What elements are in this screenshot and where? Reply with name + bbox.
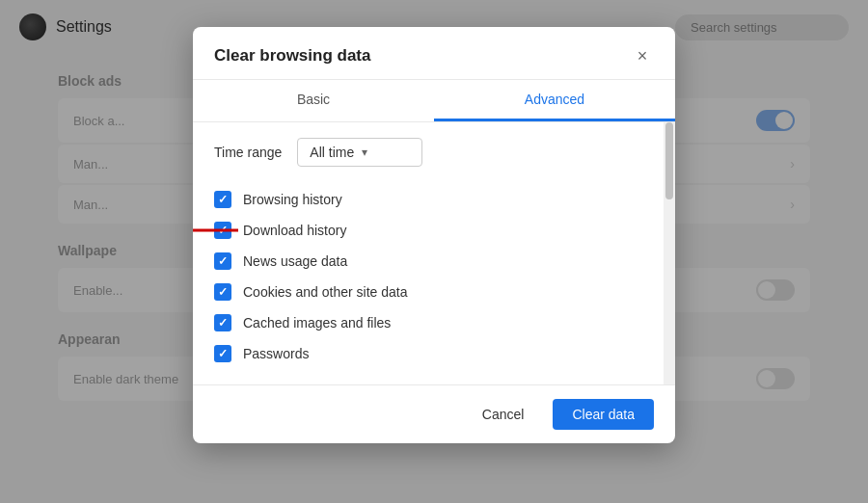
scrollbar-track[interactable] bbox=[664, 122, 675, 384]
checkbox-download-history: Download history Can see text bbox=[214, 215, 642, 246]
checkbox-news-icon[interactable] bbox=[214, 252, 231, 270]
checkbox-passwords: Passwords bbox=[214, 338, 642, 369]
clear-data-button[interactable]: Clear data bbox=[553, 399, 654, 430]
dialog-tabs: Basic Advanced bbox=[193, 80, 675, 122]
cancel-button[interactable]: Cancel bbox=[463, 399, 544, 430]
checkbox-news-label: News usage data bbox=[243, 253, 347, 269]
checkbox-news-usage: News usage data bbox=[214, 246, 642, 277]
dialog-header: Clear browsing data × bbox=[193, 27, 675, 80]
dialog-title: Clear browsing data bbox=[214, 46, 370, 66]
tab-basic[interactable]: Basic bbox=[193, 80, 434, 121]
checkbox-cached-icon[interactable] bbox=[214, 314, 231, 331]
close-button[interactable]: × bbox=[631, 44, 654, 67]
checkbox-cookies-icon[interactable] bbox=[214, 283, 231, 301]
time-range-row: Time range All time ▾ bbox=[214, 138, 642, 167]
checkbox-passwords-icon[interactable] bbox=[214, 345, 231, 362]
checkbox-cookies-label: Cookies and other site data bbox=[243, 284, 407, 300]
checkbox-cookies: Cookies and other site data bbox=[214, 277, 642, 307]
clear-browsing-data-dialog: Clear browsing data × Basic Advanced Tim… bbox=[193, 27, 675, 443]
checkbox-browsing-history: Browsing history bbox=[214, 184, 642, 215]
tab-advanced[interactable]: Advanced bbox=[434, 80, 675, 121]
select-arrow-icon: ▾ bbox=[362, 146, 367, 159]
checkbox-browsing-icon[interactable] bbox=[214, 191, 231, 208]
checkbox-browsing-label: Browsing history bbox=[243, 192, 342, 207]
time-range-label: Time range bbox=[214, 145, 282, 160]
checkbox-download-icon[interactable] bbox=[214, 222, 231, 239]
checkbox-passwords-label: Passwords bbox=[243, 346, 309, 361]
scrollbar-thumb[interactable] bbox=[665, 122, 673, 199]
checkbox-cached-label: Cached images and files bbox=[243, 315, 391, 331]
dialog-body-wrapper: Time range All time ▾ Browsing history D… bbox=[193, 122, 675, 384]
time-range-select[interactable]: All time ▾ bbox=[297, 138, 422, 167]
checkbox-download-label: Download history bbox=[243, 223, 346, 238]
checkbox-cached: Cached images and files bbox=[214, 307, 642, 338]
time-range-value: All time bbox=[310, 145, 354, 160]
dialog-footer: Cancel Clear data bbox=[193, 384, 675, 443]
dialog-body: Time range All time ▾ Browsing history D… bbox=[193, 122, 664, 384]
